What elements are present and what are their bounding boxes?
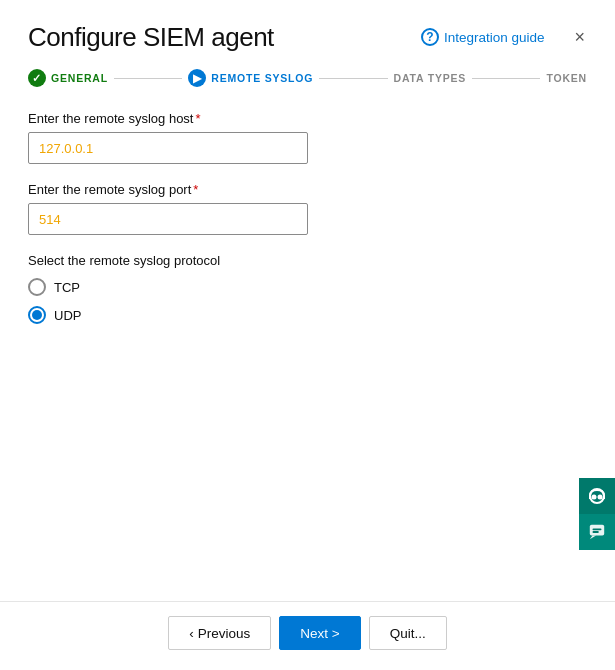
svg-point-1: [592, 495, 597, 500]
radio-tcp-circle: [28, 278, 46, 296]
svg-marker-6: [590, 536, 596, 540]
step-data-types-label: DATA TYPES: [394, 72, 467, 84]
previous-label: Previous: [198, 626, 251, 641]
sidebar-help-button[interactable]: [579, 478, 615, 514]
port-label: Enter the remote syslog port*: [28, 182, 587, 197]
footer: ‹ Previous Next > Quit...: [0, 601, 615, 670]
close-button[interactable]: ×: [572, 28, 587, 46]
next-button[interactable]: Next >: [279, 616, 360, 650]
radio-tcp-label: TCP: [54, 280, 80, 295]
integration-guide-label: Integration guide: [444, 30, 545, 45]
step-data-types: DATA TYPES: [394, 72, 467, 84]
port-input[interactable]: [28, 203, 308, 235]
chat-icon: [588, 523, 606, 541]
svg-rect-8: [593, 531, 599, 533]
configure-siem-dialog: Configure SIEM agent ? Integration guide…: [0, 0, 615, 670]
radio-udp-label: UDP: [54, 308, 81, 323]
sidebar-chat-button[interactable]: [579, 514, 615, 550]
title-bar: Configure SIEM agent ? Integration guide…: [0, 0, 615, 53]
step-remote-syslog-icon: ▶: [188, 69, 206, 87]
protocol-field-group: Select the remote syslog protocol TCP UD…: [28, 253, 587, 324]
dialog-title: Configure SIEM agent: [28, 22, 274, 53]
quit-label: Quit...: [390, 626, 426, 641]
step-general: ✓ GENERAL: [28, 69, 108, 87]
radio-udp-circle: [28, 306, 46, 324]
port-required: *: [193, 182, 198, 197]
sidebar-icons: [579, 478, 615, 550]
integration-guide-link[interactable]: ? Integration guide: [421, 28, 545, 46]
step-general-label: GENERAL: [51, 72, 108, 84]
step-token-label: TOKEN: [546, 72, 587, 84]
step-line-3: [472, 78, 540, 79]
host-label: Enter the remote syslog host*: [28, 111, 587, 126]
host-required: *: [195, 111, 200, 126]
stepper: ✓ GENERAL ▶ REMOTE SYSLOG DATA TYPES TOK…: [0, 53, 615, 87]
step-line-2: [319, 78, 387, 79]
headset-icon: [587, 486, 607, 506]
question-icon: ?: [421, 28, 439, 46]
svg-point-2: [598, 495, 603, 500]
protocol-radio-group: TCP UDP: [28, 278, 587, 324]
title-actions: ? Integration guide ×: [421, 28, 587, 46]
svg-rect-7: [593, 528, 602, 530]
quit-button[interactable]: Quit...: [369, 616, 447, 650]
step-general-icon: ✓: [28, 69, 46, 87]
step-line-1: [114, 78, 182, 79]
next-label: Next >: [300, 626, 339, 641]
protocol-label: Select the remote syslog protocol: [28, 253, 587, 268]
step-remote-syslog: ▶ REMOTE SYSLOG: [188, 69, 313, 87]
form-content: Enter the remote syslog host* Enter the …: [0, 87, 615, 591]
radio-tcp[interactable]: TCP: [28, 278, 587, 296]
host-field-group: Enter the remote syslog host*: [28, 111, 587, 164]
step-token: TOKEN: [546, 72, 587, 84]
host-input[interactable]: [28, 132, 308, 164]
previous-button[interactable]: ‹ Previous: [168, 616, 271, 650]
previous-chevron: ‹: [189, 626, 194, 641]
port-field-group: Enter the remote syslog port*: [28, 182, 587, 235]
step-remote-syslog-label: REMOTE SYSLOG: [211, 72, 313, 84]
radio-udp[interactable]: UDP: [28, 306, 587, 324]
